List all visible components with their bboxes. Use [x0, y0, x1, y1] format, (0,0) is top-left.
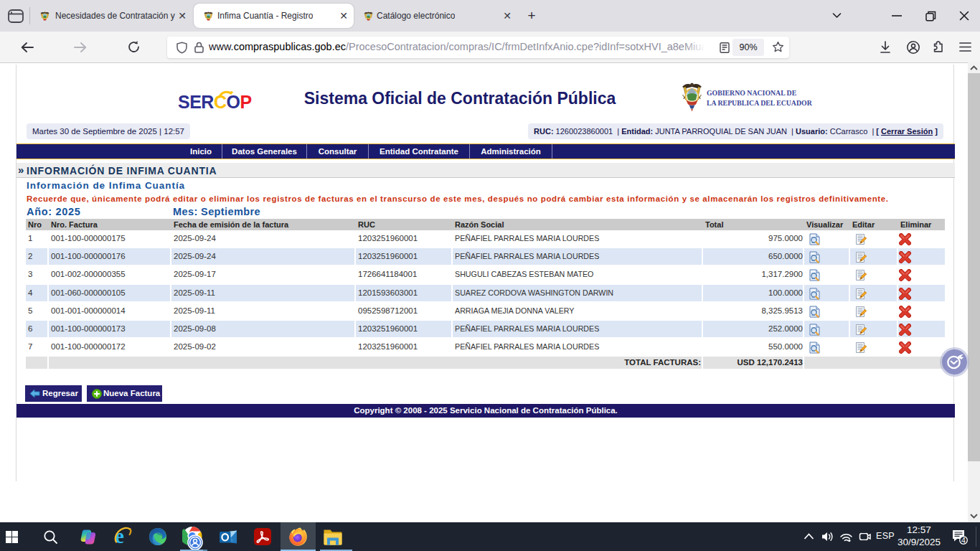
svg-text:4: 4: [961, 536, 966, 545]
